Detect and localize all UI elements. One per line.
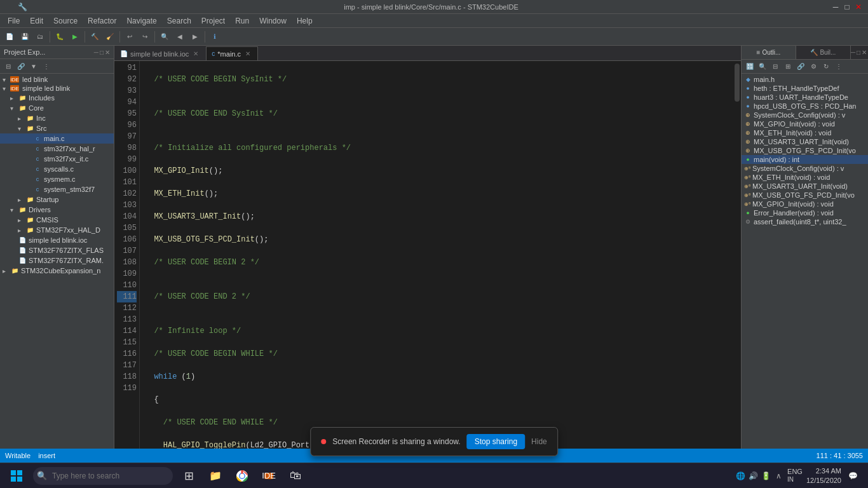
outline-close-icon[interactable]: ✕	[862, 49, 867, 56]
clock[interactable]: 2:34 AM 12/15/2020	[806, 466, 841, 485]
menu-run[interactable]: Run	[230, 15, 254, 27]
new-button[interactable]: 📄	[3, 30, 17, 44]
build-button[interactable]: 🔨	[88, 30, 102, 44]
outline-minimize-icon[interactable]: ─	[851, 49, 855, 56]
outline-mx-eth-init[interactable]: ⊕ MX_ETH_Init(void) : void	[742, 128, 868, 137]
pe-link-icon[interactable]: 🔗	[15, 60, 27, 72]
menu-refactor[interactable]: Refactor	[83, 15, 121, 27]
tree-item-cmsis[interactable]: ▸ 📁 CMSIS	[0, 215, 114, 225]
notification-icon[interactable]: 💬	[845, 468, 860, 484]
outline-huart3[interactable]: ● huart3 : UART_HandleTypeDe	[742, 93, 868, 102]
pe-close-icon[interactable]: ✕	[105, 49, 110, 56]
debug-button[interactable]: 🐛	[53, 30, 67, 44]
info-button[interactable]: ℹ	[208, 30, 222, 44]
tree-item-sysmem[interactable]: c sysmem.c	[0, 174, 114, 184]
outline-mx-usart3[interactable]: ⊕ MX_USART3_UART_Init(void)	[742, 137, 868, 146]
tree-item-led-blink[interactable]: ▾ IDE led blink	[0, 75, 114, 84]
language-indicator[interactable]: ENG IN	[787, 468, 803, 484]
search-toolbar-button[interactable]: 🔍	[158, 30, 172, 44]
redo-button[interactable]: ↪	[138, 30, 152, 44]
navigate-back-button[interactable]: ◀	[173, 30, 187, 44]
tray-overflow-icon[interactable]: ∧	[773, 471, 783, 481]
tab-main-c-close[interactable]: ✕	[243, 50, 252, 58]
save-button[interactable]: 💾	[18, 30, 32, 44]
minimize-button[interactable]: ─	[831, 3, 840, 11]
tab-main-c[interactable]: c *main.c ✕	[206, 46, 258, 60]
taskbar-explorer[interactable]: 📁	[202, 463, 229, 489]
tree-item-startup[interactable]: ▸ 📁 Startup	[0, 194, 114, 205]
outline-expand-icon[interactable]: ⊞	[782, 61, 794, 72]
taskbar-store[interactable]: 🛍	[282, 463, 309, 489]
tray-network-icon[interactable]: 🌐	[735, 471, 745, 481]
tree-item-includes[interactable]: ▸ 📁 Includes	[0, 93, 114, 103]
outline-link-icon[interactable]: 🔗	[795, 61, 806, 72]
tree-item-ram[interactable]: 📄 STM32F767ZITX_RAM.	[0, 255, 114, 266]
tree-item-stm32f7xx-hal[interactable]: c stm32f7xx_hal_r	[0, 144, 114, 154]
outline-settings-icon[interactable]: ⚙	[808, 61, 819, 72]
tree-item-main-c[interactable]: c main.c	[0, 133, 114, 144]
tree-item-src[interactable]: ▾ 📁 Src	[0, 123, 114, 133]
outline-main-fn[interactable]: ● main(void) : int	[742, 155, 868, 164]
tree-item-core[interactable]: ▾ 📁 Core	[0, 103, 114, 113]
outline-systemclock-config[interactable]: ⊕ SystemClock_Config(void) : v	[742, 111, 868, 119]
outline-mx-usb-otg2[interactable]: ⊕⁸ MX_USB_OTG_FS_PCD_Init(vo	[742, 191, 868, 200]
outline-assert-failed[interactable]: ⚙ assert_failed(uint8_t*, uint32_	[742, 217, 868, 226]
outline-mx-usart3-2[interactable]: ⊕⁸ MX_USART3_UART_Init(void)	[742, 182, 868, 191]
menu-edit[interactable]: Edit	[25, 15, 48, 27]
run-button[interactable]: ▶	[68, 30, 82, 44]
tree-item-inc[interactable]: ▸ 📁 Inc	[0, 113, 114, 123]
hide-button[interactable]: Hide	[531, 437, 547, 446]
menu-file[interactable]: File	[3, 15, 25, 27]
navigate-forward-button[interactable]: ▶	[188, 30, 202, 44]
tray-battery-icon[interactable]: 🔋	[761, 471, 771, 481]
outline-heth[interactable]: ● heth : ETH_HandleTypeDef	[742, 84, 868, 93]
taskbar-search-input[interactable]	[33, 467, 173, 485]
taskbar-chrome[interactable]	[229, 463, 255, 489]
menu-help[interactable]: Help	[292, 15, 318, 27]
undo-button[interactable]: ↩	[123, 30, 137, 44]
outline-maximize-icon[interactable]: □	[857, 49, 860, 56]
stop-sharing-button[interactable]: Stop sharing	[467, 434, 525, 449]
outline-collapse-icon[interactable]: ⊟	[770, 61, 781, 72]
menu-window[interactable]: Window	[254, 15, 292, 27]
outline-main-h[interactable]: ◆ main.h	[742, 75, 868, 84]
tab-ioc[interactable]: 📄 simple led blink.ioc ✕	[114, 46, 206, 60]
start-button[interactable]	[3, 463, 31, 489]
tab-build-right[interactable]: 🔨 Buil...	[796, 46, 851, 59]
tree-item-syscalls[interactable]: c syscalls.c	[0, 164, 114, 174]
tree-item-simple-led-blink[interactable]: ▾ IDE simple led blink	[0, 84, 114, 93]
tab-ioc-close[interactable]: ✕	[191, 50, 200, 58]
tree-item-cube-expansion[interactable]: ▸ 📁 STM32CubeExpansion_n	[0, 266, 114, 276]
outline-refresh-icon[interactable]: ↻	[820, 61, 832, 72]
outline-mx-eth-init2[interactable]: ⊕⁸ MX_ETH_Init(void) : void	[742, 173, 868, 182]
pe-menu-icon[interactable]: ⋮	[41, 60, 52, 72]
outline-mx-gpio-init2[interactable]: ⊕⁸ MX_GPIO_Init(void) : void	[742, 200, 868, 208]
pe-collapse-icon[interactable]: ⊟	[3, 60, 14, 72]
tree-item-flash[interactable]: 📄 STM32F767ZITX_FLAS	[0, 245, 114, 255]
tree-item-ioc[interactable]: 📄 simple led blink.ioc	[0, 235, 114, 245]
pe-minimize-icon[interactable]: ─	[94, 49, 98, 56]
menu-source[interactable]: Source	[48, 15, 83, 27]
pe-filter-icon[interactable]: ▼	[28, 60, 39, 72]
tray-volume-icon[interactable]: 🔊	[748, 471, 758, 481]
code-scroll-area[interactable]: 9192939495 96979899100 101102103104105 1…	[114, 61, 741, 473]
taskbar-ide[interactable]: IDE	[255, 463, 282, 489]
tab-outline[interactable]: ≡ Outli...	[742, 46, 796, 59]
tree-item-stm32f7xx-it[interactable]: c stm32f7xx_it.c	[0, 154, 114, 164]
save-all-button[interactable]: 🗂	[33, 30, 47, 44]
menu-search[interactable]: Search	[162, 15, 196, 27]
menu-project[interactable]: Project	[196, 15, 230, 27]
taskbar-task-view[interactable]: ⊞	[175, 463, 202, 489]
menu-navigate[interactable]: Navigate	[121, 15, 161, 27]
tree-item-drivers[interactable]: ▾ 📁 Drivers	[0, 205, 114, 215]
close-button[interactable]: ✕	[854, 3, 863, 11]
pe-maximize-icon[interactable]: □	[100, 49, 104, 56]
outline-mx-gpio-init[interactable]: ⊕ MX_GPIO_Init(void) : void	[742, 119, 868, 128]
outline-filter-icon[interactable]: 🔍	[757, 61, 768, 72]
tree-item-stm32f7-hal-d[interactable]: ▸ 📁 STM32F7xx_HAL_D	[0, 225, 114, 235]
outline-mx-usb-otg[interactable]: ⊕ MX_USB_OTG_FS_PCD_Init(vo	[742, 146, 868, 155]
clean-button[interactable]: 🧹	[103, 30, 117, 44]
maximize-button[interactable]: □	[843, 3, 851, 11]
outline-error-handler[interactable]: ● Error_Handler(void) : void	[742, 208, 868, 217]
outline-systemclock2[interactable]: ⊕⁸ SystemClock_Config(void) : v	[742, 164, 868, 173]
